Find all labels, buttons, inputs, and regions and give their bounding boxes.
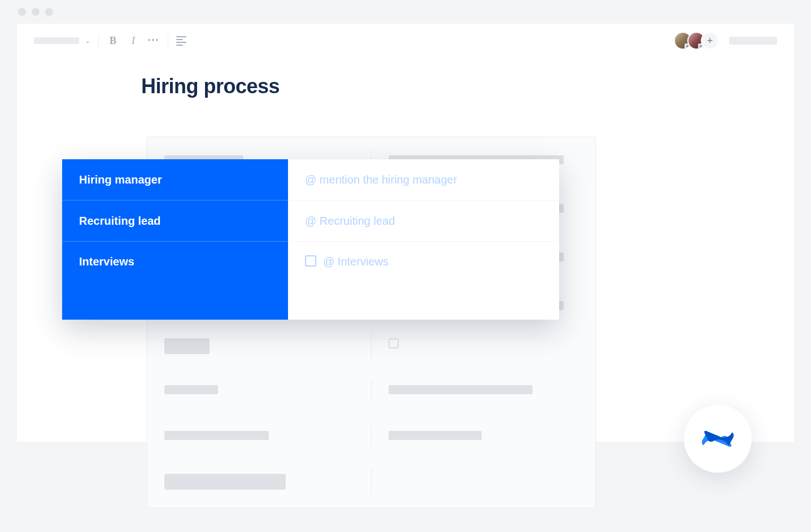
browser-window: ⌄ B I ••• R M (6, 0, 805, 532)
overlay-label-recruiting-lead: Recruiting lead (62, 200, 288, 242)
style-placeholder (34, 37, 79, 44)
overlay-input-interviews[interactable]: @ Interviews (288, 242, 559, 320)
page-title: Hiring process (141, 75, 794, 98)
toolbar-divider (168, 34, 168, 47)
toolbar-style-selector[interactable]: ⌄ (34, 37, 90, 45)
overlay-input-recruiting-lead[interactable]: @ Recruiting lead (288, 200, 559, 242)
more-formatting-button[interactable]: ••• (147, 36, 160, 45)
italic-button[interactable]: I (127, 35, 139, 47)
overlay-labels-column: Hiring manager Recruiting lead Interview… (62, 159, 288, 320)
editor-content: ⌄ B I ••• R M (17, 24, 794, 442)
confluence-icon (700, 421, 735, 456)
overlay-label-interviews: Interviews (62, 242, 288, 320)
traffic-light-minimize[interactable] (32, 8, 40, 16)
add-collaborator-button[interactable]: + (701, 32, 719, 50)
mention-placeholder: @ Interviews (323, 255, 389, 268)
toolbar-divider (98, 34, 99, 47)
mention-placeholder: @ Recruiting lead (305, 215, 395, 228)
checkbox-icon[interactable] (305, 255, 316, 267)
collaborator-avatars: R M + (678, 32, 719, 50)
align-button[interactable] (176, 36, 186, 46)
bold-button[interactable]: B (107, 35, 119, 47)
confluence-logo (684, 405, 752, 473)
mention-placeholder: @ mention the hiring manager (305, 173, 457, 186)
editor-toolbar: ⌄ B I ••• R M (17, 24, 794, 58)
traffic-light-maximize[interactable] (45, 8, 53, 16)
mention-overlay-table: Hiring manager Recruiting lead Interview… (62, 159, 559, 320)
overlay-input-hiring-manager[interactable]: @ mention the hiring manager (288, 159, 559, 200)
traffic-light-close[interactable] (18, 8, 26, 16)
overlay-label-hiring-manager: Hiring manager (62, 159, 288, 200)
toolbar-action-placeholder (729, 37, 777, 45)
chevron-down-icon: ⌄ (85, 37, 90, 45)
overlay-values-column: @ mention the hiring manager @ Recruitin… (288, 159, 559, 320)
browser-titlebar (6, 0, 805, 24)
